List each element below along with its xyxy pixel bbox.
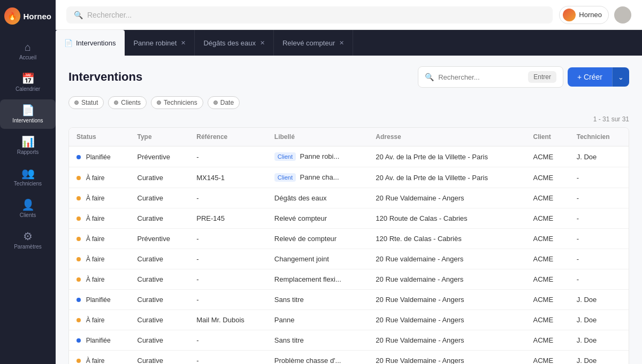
tab-interventions-label: Interventions	[76, 39, 116, 47]
page-header: Interventions 🔍 Entrer + Créer ⌄	[68, 66, 629, 88]
tab-panne-robinet[interactable]: Panne robinet ✕	[125, 30, 195, 56]
enter-button[interactable]: Entrer	[528, 71, 556, 83]
libelle-text-4: Relevé de compteur	[274, 235, 337, 243]
cell-reference-5: -	[189, 249, 267, 269]
cell-technicien-8: J. Doe	[569, 310, 629, 330]
table-row[interactable]: À faire Curative - Remplacement flexi...…	[69, 269, 629, 290]
table-row[interactable]: À faire Curative PRE-145 Relevé compteur…	[69, 208, 629, 229]
cell-libelle-10: Problème chasse d'...	[267, 351, 368, 365]
sidebar-item-interventions[interactable]: 📄 Interventions	[0, 99, 56, 129]
cell-technicien-4: -	[569, 229, 629, 249]
cell-adresse-4: 120 Rte. de Calas - Cabriès	[368, 229, 525, 249]
table-row[interactable]: À faire Préventive - Relevé de compteur …	[69, 229, 629, 249]
cell-client-7: ACME	[526, 290, 569, 310]
document-icon: 📄	[21, 105, 35, 115]
sidebar-item-clients[interactable]: 👤 Clients	[0, 194, 56, 223]
col-adresse: Adresse	[368, 128, 525, 146]
cell-libelle-4: Relevé de compteur	[267, 229, 368, 249]
table-row[interactable]: À faire Curative - Dégâts des eaux 20 Ru…	[69, 188, 629, 208]
sidebar-label-parametres: Paramètres	[14, 244, 42, 250]
sidebar-label-accueil: Accueil	[19, 55, 36, 60]
col-libelle: Libellé	[267, 128, 368, 146]
cell-adresse-8: 20 Rue Valdemaine - Angers	[368, 310, 525, 330]
cell-client-0: ACME	[526, 146, 569, 167]
table-search-field[interactable]: 🔍 Entrer	[418, 66, 563, 88]
filter-clients[interactable]: Clients	[108, 96, 147, 109]
cell-adresse-10: 20 Rue Valdemaine - Angers	[368, 351, 525, 365]
logo-area[interactable]: 🔥 Horneo	[0, 0, 56, 32]
tab-releve-compteur[interactable]: Relevé compteur ✕	[274, 30, 353, 56]
sidebar-item-techniciens[interactable]: 👥 Techniciens	[0, 162, 56, 192]
libelle-text-9: Sans titre	[274, 336, 304, 344]
table-row[interactable]: Planifiée Curative - Sans titre 20 Rue V…	[69, 330, 629, 351]
table-row[interactable]: Planifiée Préventive - Client Panne robi…	[69, 146, 629, 167]
status-text-5: À faire	[86, 255, 105, 263]
cell-client-5: ACME	[526, 249, 569, 269]
filter-techniciens-label: Techniciens	[164, 99, 197, 106]
table-search-input[interactable]	[438, 73, 524, 81]
libelle-text-2: Dégâts des eaux	[274, 194, 327, 202]
status-text-3: À faire	[86, 215, 105, 222]
status-text-1: À faire	[86, 174, 105, 182]
table-container: Status Type Référence Libellé Adresse Cl…	[68, 127, 629, 364]
tab-degats-close[interactable]: ✕	[260, 40, 265, 47]
filter-date-label: Date	[220, 99, 234, 106]
cell-reference-0: -	[189, 146, 267, 167]
tab-panne-robinet-close[interactable]: ✕	[181, 40, 186, 47]
sidebar-item-rapports[interactable]: 📊 Rapports	[0, 131, 56, 160]
sidebar-item-accueil[interactable]: ⌂ Accueil	[0, 36, 56, 66]
cell-client-1: ACME	[526, 167, 569, 188]
filter-clients-dot	[114, 100, 118, 105]
page-title: Interventions	[68, 70, 142, 84]
table-row[interactable]: Planifiée Curative - Sans titre 20 Rue V…	[69, 290, 629, 310]
cell-technicien-0: J. Doe	[569, 146, 629, 167]
create-dropdown-button[interactable]: ⌄	[612, 67, 629, 87]
cell-client-9: ACME	[526, 330, 569, 351]
status-text-4: À faire	[86, 235, 105, 243]
pagination-info: 1 - 31 sur 31	[593, 115, 629, 123]
filter-statut[interactable]: Statut	[68, 96, 104, 109]
cell-status-2: À faire	[69, 188, 130, 208]
calendar-icon: 📅	[21, 73, 35, 84]
user-avatar[interactable]	[614, 6, 631, 24]
cell-status-1: À faire	[69, 167, 130, 188]
sidebar-item-parametres[interactable]: ⚙ Paramètres	[0, 226, 56, 255]
filter-date-dot	[213, 100, 218, 105]
col-type: Type	[130, 128, 189, 146]
cell-technicien-1: -	[569, 167, 629, 188]
tab-interventions[interactable]: 📄 Interventions	[56, 30, 125, 56]
status-dot-8	[77, 318, 81, 322]
person-icon: 👤	[21, 199, 35, 210]
sidebar-item-calendrier[interactable]: 📅 Calendrier	[0, 68, 56, 97]
cell-libelle-2: Dégâts des eaux	[267, 188, 368, 208]
cell-reference-7: -	[189, 290, 267, 310]
table-row[interactable]: À faire Curative Mail Mr. Dubois Panne 2…	[69, 310, 629, 330]
libelle-text-3: Relevé compteur	[274, 214, 327, 222]
cell-libelle-1: Client Panne cha...	[267, 167, 368, 188]
status-dot-9	[77, 338, 81, 343]
table-row[interactable]: À faire Curative - Changement joint 20 R…	[69, 249, 629, 269]
status-text-6: À faire	[86, 276, 105, 283]
cell-libelle-9: Sans titre	[267, 330, 368, 351]
cell-reference-8: Mail Mr. Dubois	[189, 310, 267, 330]
table-row[interactable]: À faire Curative MX145-1 Client Panne ch…	[69, 167, 629, 188]
table-row[interactable]: À faire Curative - Problème chasse d'...…	[69, 351, 629, 365]
libelle-text-1: Panne cha...	[300, 173, 339, 181]
sidebar-nav: ⌂ Accueil 📅 Calendrier 📄 Interventions 📊…	[0, 32, 56, 255]
create-button[interactable]: + Créer	[568, 67, 612, 87]
cell-type-10: Curative	[130, 351, 189, 365]
cell-reference-9: -	[189, 330, 267, 351]
filter-techniciens[interactable]: Techniciens	[151, 96, 203, 109]
tab-degats-des-eaux[interactable]: Dégâts des eaux ✕	[195, 30, 274, 56]
user-badge[interactable]: Horneo	[559, 6, 609, 24]
libelle-text-0: Panne robi...	[300, 152, 340, 160]
filter-date[interactable]: Date	[208, 96, 240, 109]
cell-reference-1: MX145-1	[189, 167, 267, 188]
cell-libelle-8: Panne	[267, 310, 368, 330]
tab-releve-close[interactable]: ✕	[339, 40, 344, 47]
cell-technicien-5: -	[569, 249, 629, 269]
col-client: Client	[526, 128, 569, 146]
pagination-row: 1 - 31 sur 31	[68, 115, 629, 123]
topbar-search[interactable]: 🔍 Rechercher...	[66, 6, 553, 24]
status-text-8: À faire	[86, 316, 105, 324]
